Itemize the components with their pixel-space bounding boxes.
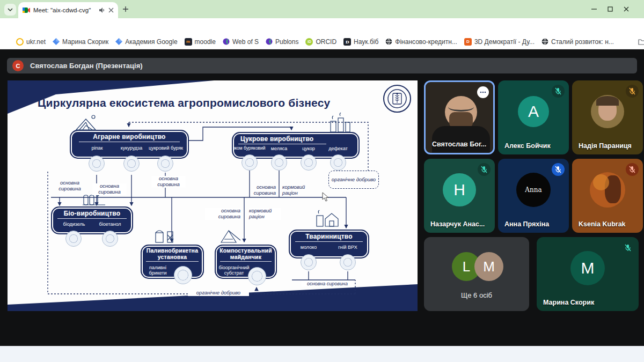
scholar-icon <box>115 38 122 45</box>
item-brykety: паливні брикети <box>144 265 172 276</box>
browser-tabstrip: Meet: "aix-cdwd-cvg" <box>0 0 644 18</box>
participant-name: Анна Пряхіна <box>504 220 549 228</box>
icon-zhom <box>241 154 258 171</box>
chevron-down-icon <box>8 8 13 11</box>
node-livestock: Тваринництво <box>289 230 369 258</box>
all-bookmarks-button[interactable]: Усі закладки <box>638 38 644 46</box>
window-maximize-button[interactable] <box>602 3 618 15</box>
flow-label-raw-4: основна сировина <box>244 184 276 196</box>
participant-tile-sviatoslav[interactable]: Святослав Бог... <box>424 80 495 154</box>
window-minimize-button[interactable] <box>586 3 602 15</box>
item-tsukor: цукор <box>297 146 320 151</box>
screen: Meet: "aix-cdwd-cvg" <box>0 0 644 362</box>
diagram-connectors <box>8 80 418 311</box>
icon-hniy <box>340 254 356 270</box>
icon-bioethanol <box>102 231 118 247</box>
mic-off-icon <box>621 241 634 254</box>
participant-name: Марина Скорик <box>543 299 594 306</box>
icon-moloko <box>301 254 317 270</box>
item-defekat: дефекат <box>325 146 351 151</box>
node-bio-title: Біо-виробництво <box>52 208 132 217</box>
new-tab-button[interactable] <box>122 6 129 12</box>
icon-brykety <box>174 266 192 284</box>
globe-icon <box>541 38 548 45</box>
node-bio: Біо-виробництво <box>51 206 133 234</box>
bookmark-finance[interactable]: Фінансово-кредитн... <box>385 38 457 46</box>
briquette-machine-icon <box>153 226 175 243</box>
scholar-icon <box>53 38 60 45</box>
person-glasses <box>448 102 474 112</box>
meet-control-bar: 15:51 | aix-cdwd-cvg 14 <box>0 314 644 346</box>
browser-toolbar: meet.google.com/aix-cdwd-cvg M <box>0 18 644 34</box>
browser-tab[interactable]: Meet: "aix-cdwd-cvg" <box>18 2 118 18</box>
icon-kukurudza <box>123 156 140 172</box>
bookmark-3d-democracy[interactable]: D3D Демократії - Ду... <box>464 38 535 46</box>
participant-tile-aleks[interactable]: A Алекс Бойчик <box>498 80 569 154</box>
flow-label-raw-2: основна сировина <box>92 183 127 195</box>
clarivate-icon <box>266 38 273 45</box>
bookmark-scholar-2[interactable]: Академия Google <box>115 38 177 46</box>
item-biodiesel: біодизель <box>59 221 89 227</box>
node-livestock-title: Тваринництво <box>290 231 368 240</box>
mic-off-icon <box>626 163 639 176</box>
item-moloko: молоко <box>296 245 321 250</box>
bookmark-orcid[interactable]: iDORCID <box>305 38 336 46</box>
more-people-tile[interactable]: L M Ще 6 осіб <box>424 237 529 311</box>
participant-tile-ksenia[interactable]: Ksenia Kubrak <box>572 159 643 233</box>
tab-search-button[interactable] <box>4 4 16 16</box>
bookmark-naukbib[interactable]: DНаук.біб <box>343 38 378 46</box>
flow-label-raw-3: основна сировина <box>151 176 186 188</box>
folder-icon <box>638 39 644 45</box>
icon-defekat <box>330 154 346 171</box>
more-people-label: Ще 6 осіб <box>424 291 529 299</box>
node-fuel-title: Паливнобрикетна установка <box>142 246 203 260</box>
tab-title: Meet: "aix-cdwd-cvg" <box>33 7 96 13</box>
participant-avatar: Н <box>443 173 476 206</box>
tab-audio-icon[interactable] <box>99 7 105 13</box>
meet-logo-icon <box>23 7 30 13</box>
ukrnet-icon <box>16 38 24 46</box>
participant-name: Ksenia Kubrak <box>579 220 626 228</box>
participant-tile-nazarchuk[interactable]: Н Назарчук Анас... <box>424 159 495 233</box>
mic-off-icon <box>552 163 565 176</box>
participant-tile-anna[interactable]: Anna Анна Пряхіна <box>498 159 569 233</box>
moodle-icon: m <box>185 38 192 46</box>
item-melyasa: меляса <box>266 146 292 151</box>
bookmark-sustainable[interactable]: Сталий розвиток: н... <box>541 38 614 46</box>
tile-options-button[interactable] <box>477 86 489 98</box>
item-substrat: біоорганічний субстрат <box>217 265 251 276</box>
icon-biodiesel <box>65 231 82 247</box>
mouse-cursor <box>322 192 329 202</box>
node-agrarian: Аграрне виробництво <box>70 130 189 159</box>
bookmarks-bar: ukr.net Марина Скорик Академия Google mm… <box>0 34 644 49</box>
bookmark-scholar-1[interactable]: Марина Скорик <box>53 38 108 46</box>
bookmark-webofscience[interactable]: Web of S <box>223 38 259 46</box>
node-compost-title: Компостувальний майданчик <box>216 246 276 260</box>
bookmark-ukrnet[interactable]: ukr.net <box>16 38 46 46</box>
windows-taskbar: Пошук 4 M W <box>0 346 644 362</box>
participant-tile-maryna[interactable]: M Марина Скорик <box>537 237 639 311</box>
bookmark-publons[interactable]: Publons <box>266 38 298 46</box>
participant-avatar: A <box>518 96 549 127</box>
item-buryak: цукровий буряк <box>146 145 186 151</box>
presenter-banner: С Святослав Богдан (Презентація) <box>7 58 637 73</box>
icon-melyasa <box>271 154 287 171</box>
flow-label-raw-5: основна сировина <box>205 208 240 220</box>
tab-close-icon[interactable] <box>108 8 114 13</box>
bookmark-moodle[interactable]: mmoodle <box>185 38 216 46</box>
farm-field-icon <box>74 114 98 131</box>
participant-tile-nadiia[interactable]: Надія Параниця <box>572 80 643 154</box>
node-agrarian-title: Аграрне виробництво <box>71 131 188 141</box>
three-dots-icon <box>480 91 486 93</box>
node-sugar-title: Цукрове виробництво <box>233 133 358 143</box>
globe-icon <box>385 38 392 45</box>
participant-name: Надія Параниця <box>579 142 632 150</box>
orcid-icon: iD <box>305 38 313 46</box>
item-hniy: гній ВРХ <box>334 245 362 250</box>
mic-off-icon <box>552 85 565 98</box>
participant-name: Назарчук Анас... <box>430 220 485 228</box>
mic-off-icon <box>626 85 639 98</box>
window-controls <box>586 3 634 15</box>
participant-avatar: Anna <box>516 173 551 207</box>
window-close-button[interactable] <box>618 3 634 15</box>
